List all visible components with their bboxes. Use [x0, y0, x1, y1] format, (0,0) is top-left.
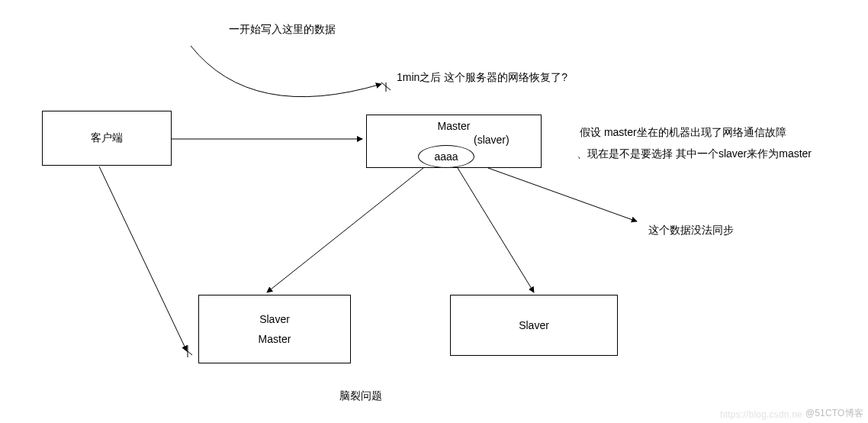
- node-client-label: 客户端: [91, 131, 123, 145]
- watermark-primary: @51CTO博客: [805, 407, 863, 420]
- node-master-data: aaaa: [434, 150, 458, 163]
- node-client: 客户端: [42, 111, 172, 166]
- node-master-sub: (slaver): [474, 134, 510, 146]
- annotation-no-sync: 这个数据没法同步: [648, 224, 734, 237]
- node-slaver-left-line1: Slaver: [259, 313, 290, 325]
- node-slaver-right: Slaver: [450, 295, 618, 356]
- node-slaver-left-line2: Master: [259, 333, 291, 345]
- annotation-recover: 1min之后 这个服务器的网络恢复了?: [397, 71, 567, 85]
- diagram-title: 脑裂问题: [339, 389, 382, 403]
- annotation-assume-line2: 、现在是不是要选择 其中一个slaver来作为master: [577, 147, 812, 161]
- annotation-initial-write: 一开始写入这里的数据: [229, 23, 336, 37]
- node-slaver-left: Slaver Master: [198, 295, 351, 363]
- annotation-assume-line1: 假设 master坐在的机器出现了网络通信故障: [580, 126, 786, 140]
- node-slaver-right-label: Slaver: [519, 319, 549, 331]
- diagram-arrows: [0, 0, 868, 423]
- node-master-data-ellipse: aaaa: [418, 145, 474, 168]
- node-master-label: Master: [438, 120, 471, 132]
- watermark-secondary: https://blog.csdn.ne: [720, 409, 802, 420]
